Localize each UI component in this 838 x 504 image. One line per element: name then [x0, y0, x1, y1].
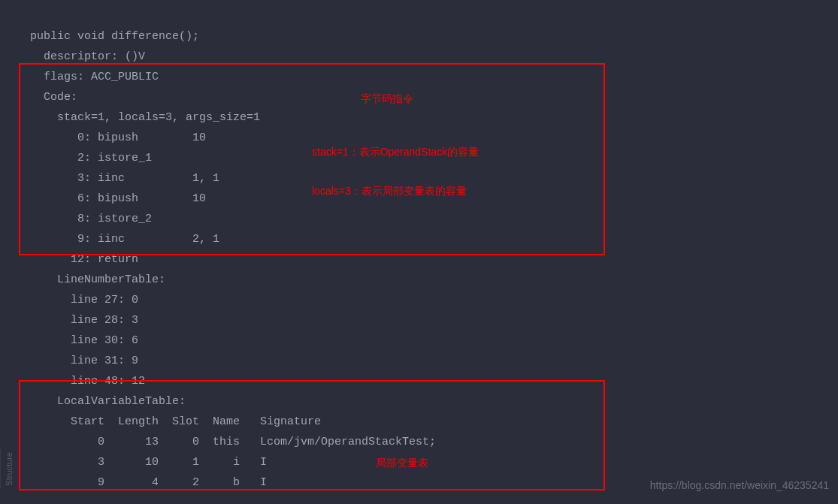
code-line: LocalVariableTable:: [30, 395, 186, 408]
annotation-localvar: 局部变量表: [376, 454, 428, 472]
watermark-text: https://blog.csdn.net/weixin_46235241: [650, 476, 829, 495]
code-line: line 48: 12: [30, 375, 145, 388]
code-line: 8: istore_2: [30, 213, 152, 225]
code-line: Code:: [30, 91, 77, 104]
sidebar-structure-tab[interactable]: Structure: [0, 449, 19, 489]
code-line: 9: iinc 2, 1: [30, 233, 219, 246]
code-line: flags: ACC_PUBLIC: [30, 71, 159, 83]
code-line: descriptor: ()V: [30, 50, 145, 63]
code-line: line 30: 6: [30, 334, 138, 347]
code-area: public void difference(); descriptor: ()…: [0, 0, 838, 493]
code-line: public void difference();: [30, 30, 199, 43]
code-line: Start Length Slot Name Signature: [30, 415, 321, 428]
annotation-stack: stack=1：表示OperandStack的容量: [312, 143, 479, 161]
code-line: 3: iinc 1, 1: [30, 172, 219, 185]
code-line: 6: bipush 10: [30, 192, 206, 205]
code-line: 0 13 0 this Lcom/jvm/OperandStackTest;: [30, 436, 436, 448]
code-line: line 27: 0: [30, 294, 138, 306]
code-line: 2: istore_1: [30, 152, 152, 164]
code-line: 3 10 1 i I: [30, 456, 267, 469]
code-line: stack=1, locals=3, args_size=1: [30, 111, 260, 124]
annotation-bytecode: 字节码指令: [361, 89, 413, 108]
sidebar-label: Structure: [5, 452, 14, 486]
code-line: 12: return: [30, 253, 138, 266]
code-line: 0: bipush 10: [30, 131, 206, 144]
code-line: LineNumberTable:: [30, 273, 165, 286]
annotation-locals: locals=3：表示局部变量表的容量: [312, 182, 467, 201]
code-line: 9 4 2 b I: [30, 476, 267, 489]
code-line: line 28: 3: [30, 314, 138, 327]
code-line: line 31: 9: [30, 355, 138, 367]
